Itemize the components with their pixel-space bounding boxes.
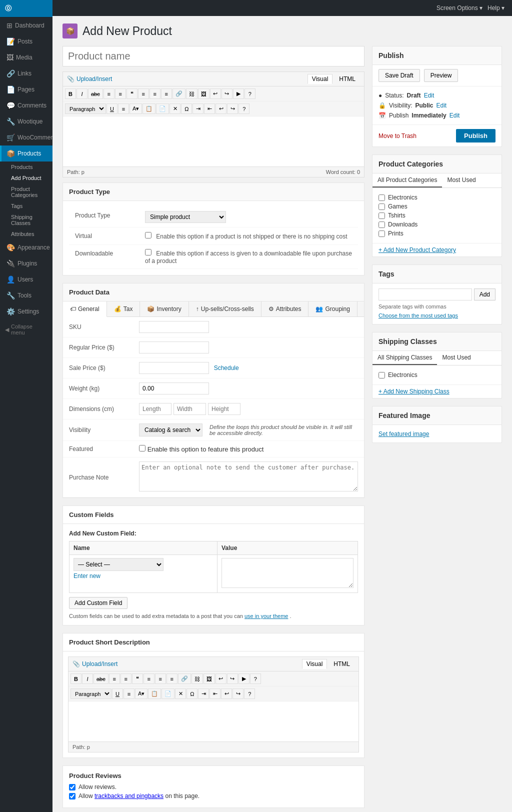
tab-upsells[interactable]: ↑ Up-sells/Cross-sells [189, 302, 262, 316]
sd-strikethrough-btn[interactable]: abc [94, 674, 108, 684]
sd-paste-text-btn[interactable]: 📋 [148, 688, 161, 699]
ul-btn[interactable]: ≡ [104, 88, 114, 99]
subnav-tags[interactable]: Tags [0, 200, 52, 212]
category-checkbox-downloads[interactable] [378, 222, 385, 228]
preview-btn[interactable]: Preview [424, 69, 458, 82]
help-btn-editor[interactable]: ? [244, 88, 256, 99]
sidebar-item-posts[interactable]: 📝 Posts [0, 34, 52, 50]
sd-unlink-btn[interactable]: ⛓ [192, 674, 203, 684]
subnav-attributes[interactable]: Attributes [0, 228, 52, 240]
sidebar-item-media[interactable]: 🖼 Media [0, 50, 52, 66]
sd-image-btn[interactable]: 🖼 [204, 674, 215, 684]
undo-btn2[interactable]: ↩ [216, 104, 226, 114]
strikethrough-btn[interactable]: abc [88, 88, 103, 99]
cf-note-link[interactable]: use in your theme [244, 613, 288, 619]
help-toolbar[interactable]: ? [238, 104, 250, 114]
sd-blockquote-btn[interactable]: ❝ [132, 674, 143, 684]
sidebar-item-comments[interactable]: 💬 Comments [0, 98, 52, 114]
add-custom-field-btn[interactable]: Add Custom Field [69, 597, 128, 609]
underline-btn[interactable]: U [106, 104, 118, 114]
sidebar-item-settings[interactable]: ⚙️ Settings [0, 304, 52, 320]
sd-align-center-btn[interactable]: ≡ [155, 674, 166, 684]
tags-input[interactable] [378, 288, 472, 300]
subnav-product-categories[interactable]: Product Categories [0, 184, 52, 200]
short-desc-tab-visual[interactable]: Visual [302, 659, 327, 669]
regular-price-input[interactable] [139, 342, 209, 354]
tab-html[interactable]: HTML [334, 74, 360, 84]
shipping-tab-most-used[interactable]: Most Used [437, 351, 476, 365]
redo-btn2[interactable]: ↪ [227, 104, 238, 114]
italic-btn[interactable]: I [76, 88, 88, 99]
align-right-btn[interactable]: ≡ [161, 88, 172, 99]
sd-special-char-btn[interactable]: Ω [186, 688, 198, 699]
sd-clear-btn[interactable]: ✕ [175, 688, 186, 699]
short-desc-upload-btn[interactable]: 📎 Upload/Insert [72, 660, 118, 668]
sd-align-right-btn[interactable]: ≡ [166, 674, 178, 684]
insert-image-btn[interactable]: 🖼 [198, 88, 210, 99]
cf-name-select[interactable]: — Select — [74, 558, 164, 571]
collapse-menu-btn[interactable]: ◀ Collapse menu [0, 320, 52, 340]
paste-word-btn[interactable]: 📄 [156, 104, 169, 114]
cat-tab-all[interactable]: All Product Categories [372, 174, 442, 188]
sd-italic-btn[interactable]: I [82, 674, 93, 684]
downloadable-checkbox[interactable] [145, 249, 152, 256]
sku-input[interactable] [139, 321, 209, 333]
editor-content-area[interactable] [63, 116, 364, 166]
sd-redo-btn[interactable]: ↪ [227, 674, 238, 684]
tab-grouping[interactable]: 👥 Grouping [308, 302, 357, 316]
sd-link-btn[interactable]: 🔗 [178, 674, 191, 684]
downloadable-checkbox-label[interactable]: Enable this option if access is given to… [145, 250, 352, 264]
tab-attributes[interactable]: ⚙ Attributes [262, 302, 309, 316]
help-btn[interactable]: Help ▾ [488, 4, 504, 12]
upload-insert-btn[interactable]: 📎 Upload/Insert [67, 76, 112, 82]
ol-btn[interactable]: ≡ [115, 88, 126, 99]
sidebar-item-woocommerce[interactable]: 🛒 WooCommerce [0, 130, 52, 146]
sd-undo-btn2[interactable]: ↩ [221, 688, 232, 699]
category-checkbox-electronics[interactable] [378, 194, 385, 201]
virtual-checkbox[interactable] [145, 232, 152, 238]
product-name-input[interactable] [62, 46, 364, 66]
tab-tax[interactable]: 💰 Tax [107, 302, 140, 316]
sidebar-item-wootique[interactable]: 🔧 Wootique [0, 114, 52, 130]
height-input[interactable] [208, 403, 240, 415]
purchase-note-textarea[interactable] [139, 462, 358, 492]
save-draft-btn[interactable]: Save Draft [378, 69, 420, 82]
sidebar-item-appearance[interactable]: 🎨 Appearance [0, 240, 52, 256]
short-desc-content[interactable] [68, 702, 358, 742]
featured-checkbox[interactable] [139, 445, 146, 452]
paragraph-select[interactable]: Paragraph [65, 104, 106, 114]
schedule-link[interactable]: Schedule [214, 364, 239, 372]
shipping-tab-all[interactable]: All Shipping Classes [372, 351, 437, 365]
tab-visual[interactable]: Visual [308, 74, 332, 84]
more-btn[interactable]: ▶ [233, 88, 244, 99]
weight-input[interactable] [139, 382, 209, 394]
unlink-btn[interactable]: ⛓ [186, 88, 198, 99]
category-checkbox-games[interactable] [378, 204, 385, 210]
screen-options-btn[interactable]: Screen Options ▾ [436, 4, 482, 12]
product-type-select[interactable]: Simple product Grouped product External/… [145, 211, 226, 223]
short-desc-tab-html[interactable]: HTML [329, 659, 354, 669]
sd-font-color-btn[interactable]: A▾ [135, 688, 148, 699]
sd-underline-btn[interactable]: U [112, 688, 123, 699]
sale-price-input[interactable] [139, 362, 209, 374]
undo-btn[interactable]: ↩ [210, 88, 221, 99]
tab-general[interactable]: 🏷 General [63, 302, 107, 317]
sd-redo-btn2[interactable]: ↪ [232, 688, 244, 699]
trackbacks-link[interactable]: trackbacks and pingbacks [94, 792, 164, 800]
publish-button[interactable]: Publish [456, 129, 496, 142]
category-checkbox-tshirts[interactable] [378, 212, 385, 219]
tab-inventory[interactable]: 📦 Inventory [140, 302, 188, 316]
sd-indent-btn[interactable]: ⇥ [198, 688, 209, 699]
tags-add-btn[interactable]: Add [474, 288, 496, 300]
category-checkbox-prints[interactable] [378, 230, 385, 237]
subnav-add-product[interactable]: Add Product [0, 172, 52, 184]
sd-outdent-btn[interactable]: ⇤ [210, 688, 220, 699]
align-left-btn[interactable]: ≡ [138, 88, 149, 99]
add-shipping-class-link[interactable]: + Add New Shipping Class [372, 384, 502, 398]
sd-help-btn[interactable]: ? [250, 674, 261, 684]
sd-bold-btn[interactable]: B [70, 674, 82, 684]
sd-justify-btn[interactable]: ≡ [124, 688, 134, 699]
blockquote-btn[interactable]: ❝ [126, 88, 138, 99]
sd-help-btn2[interactable]: ? [244, 688, 255, 699]
publish-date-edit-link[interactable]: Edit [450, 112, 460, 119]
